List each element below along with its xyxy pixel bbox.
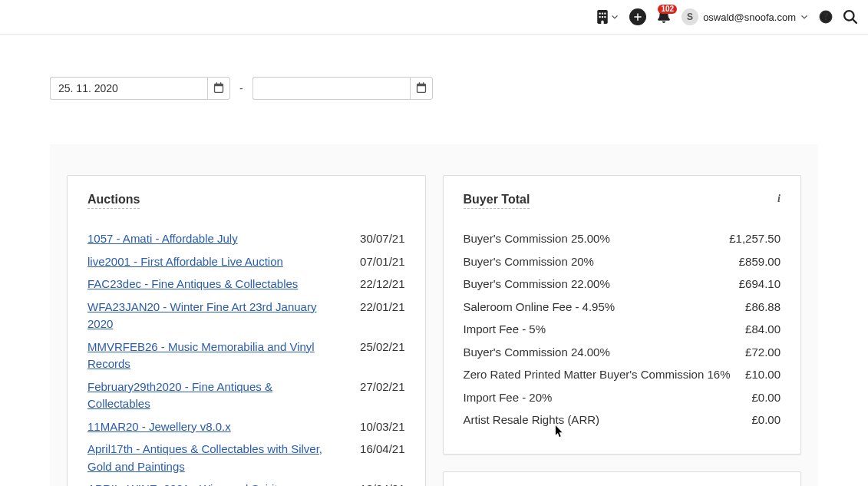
- buyer-total-amount: £72.00: [745, 344, 781, 362]
- buyer-total-list: Buyer's Commission 25.00%£1,257.50Buyer'…: [464, 229, 781, 431]
- buyer-total-label: Buyer's Commission 24.00%: [464, 344, 610, 362]
- content-area: - Auctions 1057 - Amati - Affordable Jul…: [0, 35, 868, 486]
- left-column: Auctions 1057 - Amati - Affordable July3…: [67, 175, 426, 486]
- buyer-total-label: Import Fee - 20%: [464, 389, 553, 407]
- auction-link[interactable]: 11MAR20 - Jewellery v8.0.x: [87, 418, 231, 436]
- chevron-down-icon: [800, 12, 808, 23]
- buyer-total-row: Buyer's Commission 25.00%£1,257.50: [464, 229, 781, 250]
- buyer-total-amount: £10.00: [745, 366, 781, 384]
- buyer-total-row: Saleroom Online Fee - 4.95%£86.88: [464, 297, 781, 318]
- header-bar: 102 S oswald@snoofa.com: [0, 0, 868, 35]
- auction-row: MMVRFEB26 - Music Memorabilia and Vinyl …: [87, 337, 405, 375]
- notifications-button[interactable]: 102: [657, 9, 671, 25]
- building-icon: [596, 10, 609, 24]
- auctions-title: Auctions: [87, 193, 140, 209]
- date-from-picker-button[interactable]: [207, 77, 230, 100]
- buyer-total-amount: £0.00: [751, 389, 781, 407]
- auction-date: 27/02/21: [360, 379, 404, 396]
- user-menu[interactable]: S oswald@snoofa.com: [682, 8, 808, 25]
- auction-date: 07/01/21: [360, 253, 404, 271]
- add-button[interactable]: [629, 8, 646, 25]
- buyer-total-row: Buyer's Commission 22.00%£694.10: [464, 274, 781, 295]
- buyer-total-amount: £86.88: [745, 299, 781, 316]
- auction-row: APRIL_WINE_2021 - Wine and Spirits13/04/…: [87, 479, 405, 486]
- calendar-icon: [416, 82, 427, 95]
- buyer-total-label: Artist Resale Rights (ARR): [464, 412, 600, 429]
- auction-row: February29th2020 - Fine Antiques & Colle…: [87, 377, 405, 415]
- auction-row: 11MAR20 - Jewellery v8.0.x10/03/21: [87, 417, 405, 438]
- date-to-input[interactable]: [252, 77, 410, 100]
- vendor-total-panel: Vendor Total i: [443, 471, 802, 487]
- buyer-total-amount: £859.00: [739, 253, 781, 271]
- date-separator: -: [239, 82, 243, 94]
- right-column: Buyer Total i Buyer's Commission 25.00%£…: [443, 175, 802, 486]
- buyer-total-panel: Buyer Total i Buyer's Commission 25.00%£…: [443, 175, 802, 455]
- auction-date: 25/02/21: [360, 339, 404, 356]
- auction-row: April17th - Antiques & Collectables with…: [87, 439, 405, 477]
- auction-link[interactable]: FAC23dec - Fine Antiques & Collectables: [87, 276, 298, 293]
- auction-date: 13/04/21: [360, 481, 404, 486]
- auction-row: WFA23JAN20 - Winter Fine Art 23rd Januar…: [87, 297, 405, 335]
- auction-link[interactable]: 1057 - Amati - Affordable July: [87, 230, 238, 248]
- panels-wrap: Auctions 1057 - Amati - Affordable July3…: [50, 144, 818, 486]
- buyer-total-amount: £1,257.50: [729, 230, 781, 248]
- buyer-total-row: Zero Rated Printed Matter Buyer's Commis…: [464, 365, 781, 385]
- buyer-total-amount: £694.10: [739, 276, 781, 293]
- auction-date: 30/07/21: [360, 230, 404, 248]
- auctions-list: 1057 - Amati - Affordable July30/07/21li…: [87, 229, 405, 486]
- auction-link[interactable]: April17th - Antiques & Collectables with…: [87, 441, 333, 475]
- auction-row: 1057 - Amati - Affordable July30/07/21: [87, 229, 405, 250]
- buyer-total-row: Buyer's Commission 24.00%£72.00: [464, 342, 781, 363]
- auction-link[interactable]: WFA23JAN20 - Winter Fine Art 23rd Januar…: [87, 299, 333, 333]
- buyer-total-label: Import Fee - 5%: [464, 321, 546, 339]
- search-button[interactable]: [843, 10, 857, 24]
- info-icon[interactable]: i: [777, 193, 781, 205]
- auction-link[interactable]: MMVRFEB26 - Music Memorabilia and Vinyl …: [87, 339, 333, 373]
- buyer-total-label: Buyer's Commission 22.00%: [464, 276, 610, 293]
- buyer-total-label: Saleroom Online Fee - 4.95%: [464, 299, 616, 316]
- buyer-total-row: Buyer's Commission 20%£859.00: [464, 252, 781, 273]
- auction-date: 22/01/21: [360, 299, 404, 316]
- buyer-total-row: Import Fee - 20%£0.00: [464, 388, 781, 408]
- buyer-total-title: Buyer Total: [464, 193, 530, 209]
- calendar-icon: [213, 82, 224, 95]
- auction-link[interactable]: February29th2020 - Fine Antiques & Colle…: [87, 379, 333, 413]
- auctions-panel: Auctions 1057 - Amati - Affordable July3…: [67, 175, 426, 486]
- auction-link[interactable]: APRIL_WINE_2021 - Wine and Spirits: [87, 481, 283, 486]
- auction-link[interactable]: live2001 - First Affordable Live Auction: [87, 253, 283, 271]
- date-from-input[interactable]: [50, 77, 207, 100]
- auction-date: 10/03/21: [360, 418, 404, 436]
- date-range-row: -: [50, 77, 818, 100]
- date-to-picker-button[interactable]: [410, 77, 433, 100]
- auction-date: 22/12/21: [360, 276, 404, 293]
- date-to-group: [252, 77, 433, 100]
- buyer-total-amount: £0.00: [751, 412, 781, 429]
- date-from-group: [50, 77, 230, 100]
- buyer-total-amount: £84.00: [745, 321, 781, 339]
- help-button[interactable]: [819, 10, 833, 24]
- buyer-total-row: Artist Resale Rights (ARR)£0.00: [464, 410, 781, 431]
- auction-row: live2001 - First Affordable Live Auction…: [87, 252, 405, 273]
- avatar: S: [682, 8, 698, 25]
- auction-row: FAC23dec - Fine Antiques & Collectables2…: [87, 274, 405, 295]
- user-email-label: oswald@snoofa.com: [703, 12, 796, 23]
- auction-date: 16/04/21: [360, 441, 404, 458]
- buyer-total-label: Buyer's Commission 20%: [464, 253, 594, 271]
- org-switcher[interactable]: [596, 10, 619, 24]
- buyer-total-row: Import Fee - 5%£84.00: [464, 319, 781, 340]
- buyer-total-label: Zero Rated Printed Matter Buyer's Commis…: [464, 366, 731, 384]
- chevron-down-icon: [611, 11, 619, 23]
- buyer-total-label: Buyer's Commission 25.00%: [464, 230, 610, 248]
- notification-badge: 102: [658, 5, 677, 14]
